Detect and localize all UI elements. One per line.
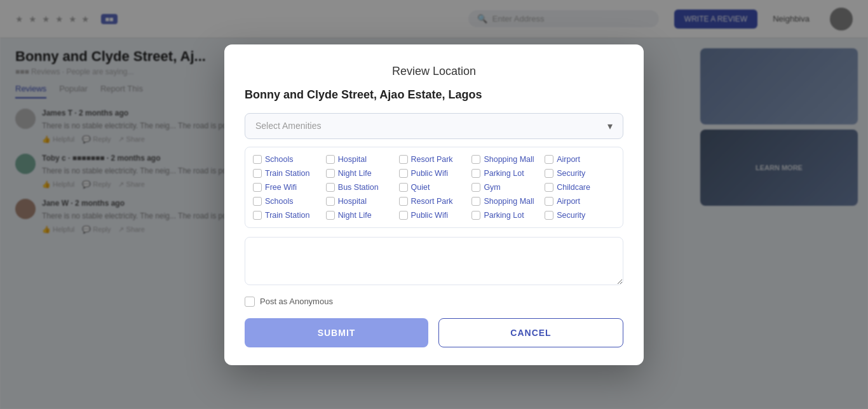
amenity-checkbox[interactable] bbox=[545, 155, 553, 164]
amenity-checkbox[interactable] bbox=[471, 197, 480, 206]
anonymous-checkbox[interactable] bbox=[245, 297, 255, 307]
amenity-label: Schools bbox=[265, 197, 293, 206]
amenity-item[interactable]: Schools bbox=[253, 197, 323, 206]
amenity-item[interactable]: Hospital bbox=[326, 197, 397, 206]
amenity-item[interactable]: Airport bbox=[545, 197, 615, 206]
amenity-label: Parking Lot bbox=[484, 169, 524, 178]
amenity-checkbox[interactable] bbox=[471, 183, 480, 192]
amenity-label: Quiet bbox=[411, 183, 430, 192]
amenities-grid: SchoolsHospitalResort ParkShopping MallA… bbox=[253, 155, 615, 220]
amenities-container: SchoolsHospitalResort ParkShopping MallA… bbox=[245, 147, 623, 228]
amenity-item[interactable]: Night Life bbox=[326, 169, 397, 178]
amenity-checkbox[interactable] bbox=[253, 169, 262, 178]
amenity-item[interactable]: Quiet bbox=[399, 183, 470, 192]
review-textarea[interactable] bbox=[245, 237, 623, 285]
anonymous-row: Post as Anonymous bbox=[245, 297, 623, 307]
amenity-label: Train Station bbox=[265, 169, 309, 178]
close-icon: ✕ bbox=[625, 51, 636, 68]
modal-title: Review Location bbox=[245, 65, 623, 78]
amenity-checkbox[interactable] bbox=[326, 155, 335, 164]
amenity-item[interactable]: Public Wifi bbox=[399, 169, 470, 178]
amenity-item[interactable]: Parking Lot bbox=[471, 211, 542, 220]
amenity-checkbox[interactable] bbox=[399, 197, 408, 206]
amenity-label: Airport bbox=[557, 197, 580, 206]
amenity-item[interactable]: Resort Park bbox=[399, 155, 470, 164]
amenity-item[interactable]: Hospital bbox=[326, 155, 397, 164]
review-location-modal: ✕ Review Location Bonny and Clyde Street… bbox=[224, 44, 644, 365]
amenity-checkbox[interactable] bbox=[253, 197, 262, 206]
amenity-checkbox[interactable] bbox=[326, 211, 335, 220]
amenity-label: Night Life bbox=[338, 169, 372, 178]
amenity-checkbox[interactable] bbox=[253, 155, 262, 164]
amenity-item[interactable]: Airport bbox=[545, 155, 615, 164]
amenity-checkbox[interactable] bbox=[399, 211, 408, 220]
amenity-label: Bus Station bbox=[338, 183, 379, 192]
amenity-label: Airport bbox=[557, 155, 580, 164]
cancel-button[interactable]: CANCEL bbox=[438, 318, 623, 347]
amenity-item[interactable]: Gym bbox=[471, 183, 542, 192]
select-amenities-dropdown[interactable]: Select Amenities ▾ bbox=[245, 113, 623, 139]
amenity-item[interactable]: Resort Park bbox=[399, 197, 470, 206]
amenity-checkbox[interactable] bbox=[253, 211, 262, 220]
amenity-label: Train Station bbox=[265, 211, 309, 220]
submit-button[interactable]: SUBMIT bbox=[245, 318, 428, 347]
amenity-item[interactable]: Schools bbox=[253, 155, 323, 164]
amenity-label: Resort Park bbox=[411, 197, 453, 206]
amenity-label: Security bbox=[557, 169, 585, 178]
amenity-item[interactable]: Public Wifi bbox=[399, 211, 470, 220]
amenity-label: Security bbox=[557, 211, 585, 220]
amenity-checkbox[interactable] bbox=[399, 183, 408, 192]
amenity-checkbox[interactable] bbox=[326, 183, 335, 192]
amenity-checkbox[interactable] bbox=[545, 183, 553, 192]
amenity-checkbox[interactable] bbox=[399, 169, 408, 178]
anonymous-label: Post as Anonymous bbox=[260, 297, 333, 306]
amenity-label: Public Wifi bbox=[411, 211, 448, 220]
amenity-item[interactable]: Shopping Mall bbox=[471, 197, 542, 206]
amenity-item[interactable]: Shopping Mall bbox=[471, 155, 542, 164]
amenity-checkbox[interactable] bbox=[545, 169, 553, 178]
modal-close-button[interactable]: ✕ bbox=[621, 51, 639, 69]
amenity-item[interactable]: Train Station bbox=[253, 169, 323, 178]
amenity-item[interactable]: Train Station bbox=[253, 211, 323, 220]
amenity-item[interactable]: Night Life bbox=[326, 211, 397, 220]
modal-overlay: ✕ Review Location Bonny and Clyde Street… bbox=[0, 0, 868, 409]
amenity-checkbox[interactable] bbox=[471, 169, 480, 178]
amenity-label: Free Wifi bbox=[265, 183, 297, 192]
amenity-label: Shopping Mall bbox=[484, 155, 534, 164]
amenity-label: Hospital bbox=[338, 197, 367, 206]
amenity-label: Parking Lot bbox=[484, 211, 524, 220]
amenity-item[interactable]: Childcare bbox=[545, 183, 615, 192]
amenity-label: Public Wifi bbox=[411, 169, 448, 178]
amenity-label: Childcare bbox=[557, 183, 590, 192]
amenity-item[interactable]: Security bbox=[545, 211, 615, 220]
amenity-checkbox[interactable] bbox=[471, 155, 480, 164]
amenity-item[interactable]: Bus Station bbox=[326, 183, 397, 192]
amenity-item[interactable]: Free Wifi bbox=[253, 183, 323, 192]
modal-buttons: SUBMIT CANCEL bbox=[245, 318, 623, 347]
amenity-label: Hospital bbox=[338, 155, 367, 164]
amenity-item[interactable]: Parking Lot bbox=[471, 169, 542, 178]
amenity-checkbox[interactable] bbox=[326, 197, 335, 206]
amenity-label: Gym bbox=[484, 183, 500, 192]
amenity-checkbox[interactable] bbox=[471, 211, 480, 220]
select-amenities-label: Select Amenities bbox=[255, 121, 322, 131]
amenity-checkbox[interactable] bbox=[399, 155, 408, 164]
modal-location: Bonny and Clyde Street, Ajao Estate, Lag… bbox=[245, 88, 623, 102]
chevron-down-icon: ▾ bbox=[607, 120, 613, 132]
amenity-checkbox[interactable] bbox=[326, 169, 335, 178]
amenity-item[interactable]: Security bbox=[545, 169, 615, 178]
amenity-label: Shopping Mall bbox=[484, 197, 534, 206]
amenity-label: Schools bbox=[265, 155, 293, 164]
amenity-label: Night Life bbox=[338, 211, 372, 220]
amenity-checkbox[interactable] bbox=[253, 183, 262, 192]
amenity-checkbox[interactable] bbox=[545, 211, 553, 220]
amenity-label: Resort Park bbox=[411, 155, 453, 164]
amenity-checkbox[interactable] bbox=[545, 197, 553, 206]
